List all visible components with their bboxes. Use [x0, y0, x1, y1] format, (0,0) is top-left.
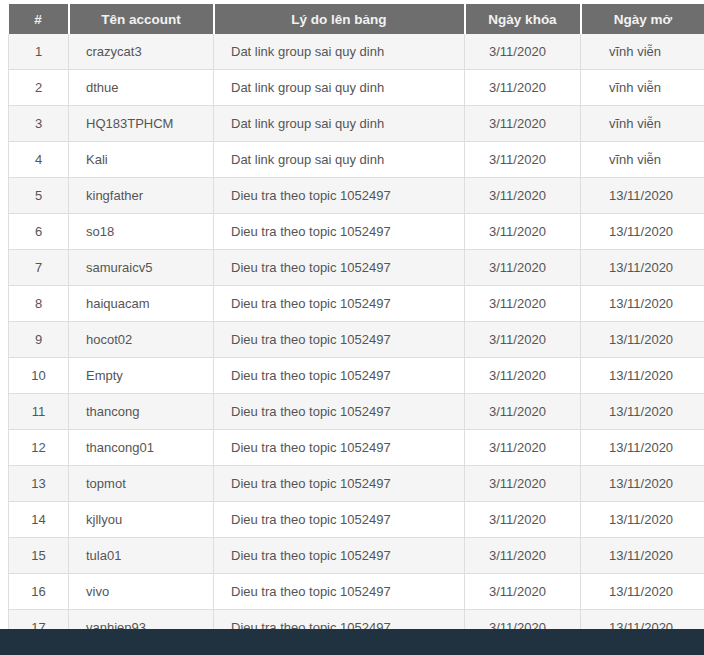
cell-index: 12 [9, 430, 69, 466]
ban-list-table: # Tên account Lý do lên bảng Ngày khóa N… [8, 4, 704, 645]
cell-lock-date: 3/11/2020 [465, 70, 581, 106]
cell-open-date: 13/11/2020 [581, 430, 704, 466]
column-header-open-date: Ngày mở [581, 4, 704, 34]
table-row: 5 kingfather Dieu tra theo topic 1052497… [9, 178, 704, 214]
cell-open-date: 13/11/2020 [581, 394, 704, 430]
cell-reason: Dat link group sai quy dinh [214, 106, 465, 142]
cell-account: samuraicv5 [69, 250, 214, 286]
cell-open-date: 13/11/2020 [581, 322, 704, 358]
table-row: 15 tula01 Dieu tra theo topic 1052497 3/… [9, 538, 704, 574]
cell-account: Kali [69, 142, 214, 178]
cell-account: thancong01 [69, 430, 214, 466]
cell-account: haiquacam [69, 286, 214, 322]
table-row: 16 vivo Dieu tra theo topic 1052497 3/11… [9, 574, 704, 610]
table-row: 12 thancong01 Dieu tra theo topic 105249… [9, 430, 704, 466]
cell-index: 6 [9, 214, 69, 250]
page: # Tên account Lý do lên bảng Ngày khóa N… [0, 0, 704, 655]
cell-lock-date: 3/11/2020 [465, 502, 581, 538]
cell-lock-date: 3/11/2020 [465, 286, 581, 322]
table-row: 10 Empty Dieu tra theo topic 1052497 3/1… [9, 358, 704, 394]
cell-open-date: 13/11/2020 [581, 286, 704, 322]
table-row: 2 dthue Dat link group sai quy dinh 3/11… [9, 70, 704, 106]
cell-account: vivo [69, 574, 214, 610]
cell-account: topmot [69, 466, 214, 502]
cell-account: crazycat3 [69, 34, 214, 70]
table-body: 1 crazycat3 Dat link group sai quy dinh … [9, 34, 704, 645]
cell-open-date: vĩnh viễn [581, 106, 704, 142]
cell-account: kingfather [69, 178, 214, 214]
cell-account: so18 [69, 214, 214, 250]
header-row: # Tên account Lý do lên bảng Ngày khóa N… [9, 4, 704, 34]
cell-reason: Dieu tra theo topic 1052497 [214, 178, 465, 214]
cell-reason: Dieu tra theo topic 1052497 [214, 538, 465, 574]
table-row: 9 hocot02 Dieu tra theo topic 1052497 3/… [9, 322, 704, 358]
cell-index: 10 [9, 358, 69, 394]
cell-reason: Dieu tra theo topic 1052497 [214, 214, 465, 250]
cell-lock-date: 3/11/2020 [465, 538, 581, 574]
table-row: 7 samuraicv5 Dieu tra theo topic 1052497… [9, 250, 704, 286]
table-row: 3 HQ183TPHCM Dat link group sai quy dinh… [9, 106, 704, 142]
cell-lock-date: 3/11/2020 [465, 214, 581, 250]
cell-index: 14 [9, 502, 69, 538]
cell-open-date: 13/11/2020 [581, 502, 704, 538]
cell-account: Empty [69, 358, 214, 394]
table-row: 14 kjllyou Dieu tra theo topic 1052497 3… [9, 502, 704, 538]
cell-lock-date: 3/11/2020 [465, 358, 581, 394]
table-row: 6 so18 Dieu tra theo topic 1052497 3/11/… [9, 214, 704, 250]
column-header-index: # [9, 4, 69, 34]
cell-index: 15 [9, 538, 69, 574]
cell-lock-date: 3/11/2020 [465, 574, 581, 610]
cell-open-date: 13/11/2020 [581, 250, 704, 286]
cell-reason: Dat link group sai quy dinh [214, 70, 465, 106]
cell-reason: Dieu tra theo topic 1052497 [214, 358, 465, 394]
table-row: 13 topmot Dieu tra theo topic 1052497 3/… [9, 466, 704, 502]
cell-reason: Dat link group sai quy dinh [214, 142, 465, 178]
table-header: # Tên account Lý do lên bảng Ngày khóa N… [9, 4, 704, 34]
cell-reason: Dieu tra theo topic 1052497 [214, 430, 465, 466]
cell-account: tula01 [69, 538, 214, 574]
cell-reason: Dieu tra theo topic 1052497 [214, 322, 465, 358]
column-header-account: Tên account [69, 4, 214, 34]
cell-lock-date: 3/11/2020 [465, 322, 581, 358]
cell-open-date: 13/11/2020 [581, 178, 704, 214]
cell-index: 1 [9, 34, 69, 70]
cell-index: 2 [9, 70, 69, 106]
cell-lock-date: 3/11/2020 [465, 394, 581, 430]
cell-reason: Dieu tra theo topic 1052497 [214, 466, 465, 502]
cell-account: hocot02 [69, 322, 214, 358]
cell-open-date: vĩnh viễn [581, 70, 704, 106]
cell-reason: Dat link group sai quy dinh [214, 34, 465, 70]
table-row: 11 thancong Dieu tra theo topic 1052497 … [9, 394, 704, 430]
table-row: 1 crazycat3 Dat link group sai quy dinh … [9, 34, 704, 70]
table-row: 4 Kali Dat link group sai quy dinh 3/11/… [9, 142, 704, 178]
bottom-bar [0, 629, 704, 655]
cell-account: thancong [69, 394, 214, 430]
cell-lock-date: 3/11/2020 [465, 250, 581, 286]
cell-lock-date: 3/11/2020 [465, 106, 581, 142]
cell-index: 4 [9, 142, 69, 178]
cell-open-date: 13/11/2020 [581, 574, 704, 610]
cell-index: 5 [9, 178, 69, 214]
table-row: 8 haiquacam Dieu tra theo topic 1052497 … [9, 286, 704, 322]
cell-lock-date: 3/11/2020 [465, 34, 581, 70]
cell-index: 3 [9, 106, 69, 142]
column-header-reason: Lý do lên bảng [214, 4, 465, 34]
cell-lock-date: 3/11/2020 [465, 430, 581, 466]
cell-lock-date: 3/11/2020 [465, 466, 581, 502]
cell-account: HQ183TPHCM [69, 106, 214, 142]
cell-index: 11 [9, 394, 69, 430]
cell-open-date: 13/11/2020 [581, 538, 704, 574]
cell-index: 16 [9, 574, 69, 610]
cell-index: 7 [9, 250, 69, 286]
cell-open-date: vĩnh viễn [581, 142, 704, 178]
cell-index: 13 [9, 466, 69, 502]
cell-lock-date: 3/11/2020 [465, 142, 581, 178]
cell-reason: Dieu tra theo topic 1052497 [214, 394, 465, 430]
cell-open-date: 13/11/2020 [581, 358, 704, 394]
cell-index: 9 [9, 322, 69, 358]
cell-reason: Dieu tra theo topic 1052497 [214, 574, 465, 610]
cell-account: dthue [69, 70, 214, 106]
column-header-lock-date: Ngày khóa [465, 4, 581, 34]
cell-reason: Dieu tra theo topic 1052497 [214, 250, 465, 286]
cell-account: kjllyou [69, 502, 214, 538]
